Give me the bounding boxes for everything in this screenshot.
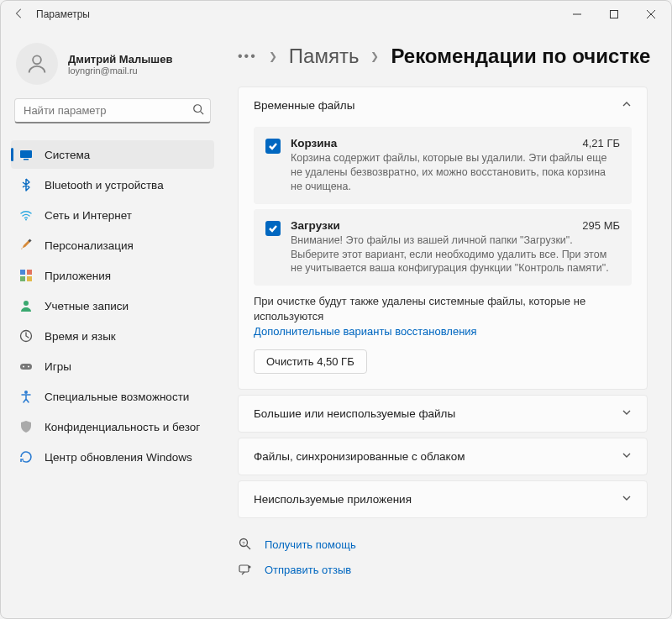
svg-rect-17 [20,364,32,370]
nav-label: Конфиденциальность и безопасность [45,421,200,433]
item-recycle-bin: Корзина 4,21 ГБ Корзина содержит файлы, … [254,127,632,204]
bluetooth-icon [19,178,33,191]
nav-personalization[interactable]: Персонализация [11,231,214,260]
feedback-icon [238,562,253,577]
nav-apps[interactable]: Приложения [11,261,214,290]
checkbox-downloads[interactable] [265,221,281,236]
section-unused-apps: Неиспользуемые приложения [238,480,648,518]
section-header[interactable]: Файлы, синхронизированные с облаком [239,438,647,475]
person-icon [19,299,33,312]
profile[interactable]: Дмитрий Малышев loyngrin@mail.ru [11,39,214,98]
help-icon: ? [238,537,253,552]
svg-point-9 [25,219,27,221]
help-links: ? Получить помощь Отправить отзыв [238,532,648,582]
nav-time-language[interactable]: Время и язык [11,322,214,350]
sidebar: Дмитрий Малышев loyngrin@mail.ru Система… [1,28,221,618]
section-temp-files: Временные файлы Корзина 4,21 ГБ Корзина … [238,87,648,390]
chevron-up-icon [622,99,632,112]
search-input[interactable] [14,98,211,123]
back-button[interactable] [3,8,36,22]
svg-rect-12 [27,270,32,275]
clock-icon [19,329,33,343]
brush-icon [19,239,33,252]
nav-system[interactable]: Система [11,140,214,169]
svg-point-4 [33,55,41,64]
breadcrumb: ••• ❯ Память ❯ Рекомендации по очистке [238,45,648,68]
recovery-link[interactable]: Дополнительные варианты восстановления [254,325,632,338]
help-label: Получить помощь [265,538,356,551]
profile-name: Дмитрий Малышев [68,53,172,66]
window-title: Параметры [36,8,90,20]
chevron-down-icon [622,493,632,506]
nav-label: Система [45,149,90,161]
system-icon [19,148,33,161]
svg-rect-11 [20,270,25,275]
profile-email: loyngrin@mail.ru [68,66,172,76]
nav-label: Игры [45,360,71,373]
breadcrumb-parent[interactable]: Память [289,45,360,68]
minimize-button[interactable] [559,3,596,26]
svg-line-22 [247,546,251,550]
nav-windows-update[interactable]: Центр обновления Windows [11,443,214,471]
gamepad-icon [19,359,33,373]
svg-rect-14 [27,276,32,281]
item-downloads: Загрузки 295 МБ Внимание! Это файлы из в… [254,209,632,286]
update-icon [19,450,33,464]
svg-point-15 [24,301,29,306]
nav-label: Время и язык [45,330,116,343]
search-box [14,98,211,123]
nav-network[interactable]: Сеть и Интернет [11,201,214,229]
nav-label: Приложения [45,270,111,282]
chevron-down-icon [622,407,632,420]
nav-bluetooth[interactable]: Bluetooth и устройства [11,170,214,199]
get-help-link[interactable]: ? Получить помощь [238,532,648,557]
chevron-down-icon [622,450,632,463]
nav-privacy[interactable]: Конфиденциальность и безопасность [11,412,214,441]
nav-label: Персонализация [45,239,134,252]
section-large-files: Большие или неиспользуемые файлы [238,395,648,433]
section-cloud-files: Файлы, синхронизированные с облаком [238,438,648,475]
svg-point-5 [194,105,202,113]
nav-gaming[interactable]: Игры [11,352,214,380]
nav-label: Сеть и Интернет [45,209,132,222]
maximize-button[interactable] [596,3,633,26]
feedback-label: Отправить отзыв [265,564,351,576]
accessibility-icon [19,390,33,403]
svg-point-18 [23,366,24,368]
item-title: Корзина [291,137,337,150]
chevron-right-icon: ❯ [269,50,277,62]
feedback-link[interactable]: Отправить отзыв [238,557,648,582]
checkbox-recycle[interactable] [265,139,281,154]
nav-label: Центр обновления Windows [45,451,192,464]
section-header[interactable]: Временные файлы [239,87,647,123]
nav: Система Bluetooth и устройства Сеть и Ин… [11,140,214,471]
avatar [16,43,58,85]
section-title: Неиспользуемые приложения [254,493,412,506]
nav-label: Специальные возможности [45,391,189,403]
nav-accounts[interactable]: Учетные записи [11,291,214,320]
item-size: 295 МБ [582,219,620,232]
main-content: ••• ❯ Память ❯ Рекомендации по очистке В… [221,28,671,618]
shield-icon [19,420,33,433]
wifi-icon [19,208,33,222]
page-title: Рекомендации по очистке [391,45,650,68]
svg-rect-24 [239,565,249,572]
section-title: Большие или неиспользуемые файлы [254,407,455,420]
item-size: 4,21 ГБ [583,137,620,150]
item-title: Загрузки [291,219,340,232]
item-desc: Внимание! Это файлы из вашей личной папк… [291,233,620,276]
section-header[interactable]: Неиспользуемые приложения [239,481,647,517]
svg-rect-13 [20,276,25,281]
cleanup-button[interactable]: Очистить 4,50 ГБ [254,349,367,374]
breadcrumb-overflow[interactable]: ••• [238,49,257,64]
chevron-right-icon: ❯ [370,50,379,62]
close-button[interactable] [633,3,669,26]
settings-window: Параметры Дмитрий Малышев loyngrin@mail.… [0,0,672,619]
section-title: Файлы, синхронизированные с облаком [254,450,465,463]
section-header[interactable]: Большие или неиспользуемые файлы [239,396,647,432]
apps-icon [19,269,33,282]
section-title: Временные файлы [254,99,354,112]
nav-accessibility[interactable]: Специальные возможности [11,382,214,411]
svg-line-6 [201,112,204,115]
nav-label: Учетные записи [45,300,129,312]
